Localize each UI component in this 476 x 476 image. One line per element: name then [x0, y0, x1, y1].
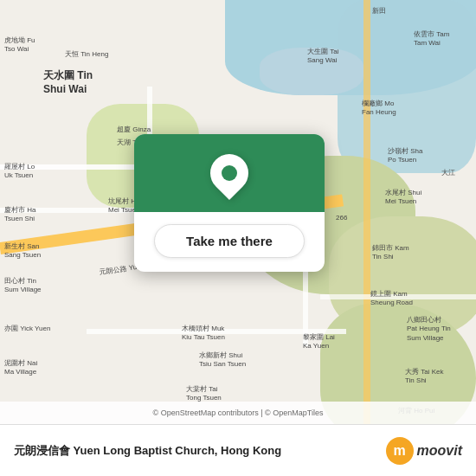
road-h4	[320, 294, 476, 299]
popup-card: Take me there	[134, 134, 325, 272]
moovit-icon: m	[386, 437, 414, 465]
location-pin-icon	[203, 146, 256, 200]
location-name: 元朗浸信會 Yuen Long Baptist Church, Hong Kon…	[14, 443, 386, 459]
map-view: 新田 依雲市 TamTam Wai 虎地坳 FuTso Wai 天恒 Tin H…	[0, 0, 476, 424]
take-me-there-button[interactable]: Take me there	[154, 224, 305, 258]
location-pin-inner	[222, 165, 237, 181]
road-v1	[363, 0, 370, 424]
attribution-text: © OpenStreetMap contributors | © OpenMap…	[153, 408, 324, 417]
bottom-bar: 元朗浸信會 Yuen Long Baptist Church, Hong Kon…	[0, 424, 476, 476]
moovit-logo: m moovit	[386, 437, 462, 465]
moovit-brand-text: moovit	[417, 443, 462, 459]
road-h1	[0, 164, 147, 170]
moovit-letter: m	[393, 443, 405, 459]
map-attribution: © OpenStreetMap contributors | © OpenMap…	[0, 402, 476, 424]
water-pond1	[260, 48, 363, 95]
road-h2	[0, 208, 138, 213]
popup-header	[134, 134, 325, 212]
water-east	[338, 0, 476, 173]
